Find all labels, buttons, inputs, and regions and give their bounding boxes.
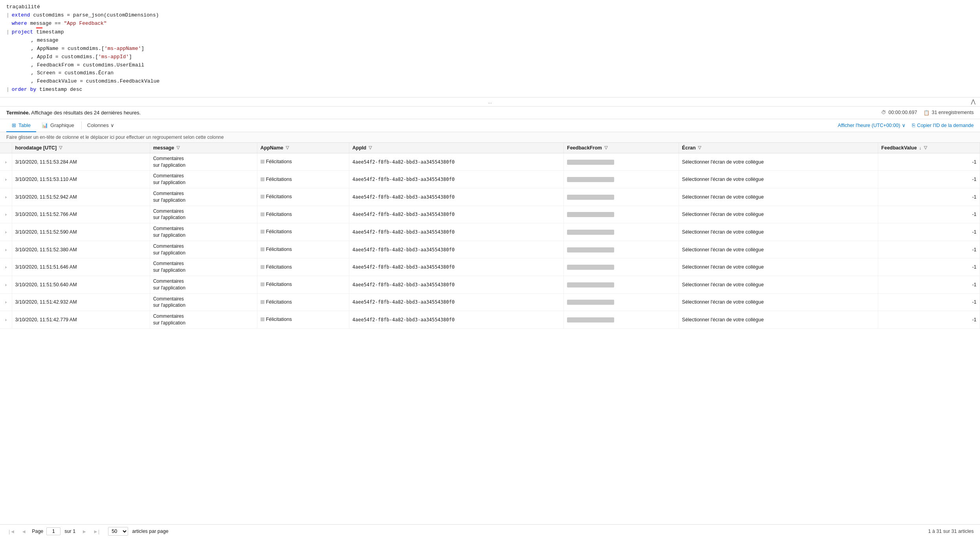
of-label: sur 1	[64, 529, 75, 534]
appid-cell: 4aee54f2-f8fb-4a82-bbd3-aa34554380f0	[349, 258, 563, 276]
expand-cell[interactable]: ›	[0, 206, 12, 223]
appid-cell: 4aee54f2-f8fb-4a82-bbd3-aa34554380f0	[349, 171, 563, 188]
expand-cell[interactable]: ›	[0, 171, 12, 188]
expand-cell[interactable]: ›	[0, 276, 12, 293]
code-line-9: , FeedbackValue = customdims.FeedbackVal…	[6, 77, 980, 86]
col-header-feedbackfrom: FeedbackFrom ▽	[564, 143, 679, 153]
sort-feedbackvalue-icon[interactable]: ↓	[919, 146, 921, 150]
per-page-select[interactable]: 50 100 200	[108, 527, 128, 536]
filter-feedbackvalue-icon[interactable]: ▽	[924, 145, 927, 150]
table-row[interactable]: › 3/10/2020, 11:51:52.590 AM Commentaire…	[0, 223, 980, 241]
page-input[interactable]	[46, 527, 61, 535]
timestamp-cell: 3/10/2020, 11:51:51.646 AM	[12, 258, 150, 276]
code-line-1: | extend customdims = parse_json(customD…	[6, 11, 980, 20]
expand-cell[interactable]: ›	[0, 153, 12, 171]
table-row[interactable]: › 3/10/2020, 11:51:53.110 AM Commentaire…	[0, 171, 980, 188]
code-line-2: where message == "App Feedback"	[6, 20, 980, 29]
filter-message-icon[interactable]: ▽	[176, 145, 180, 150]
timestamp-cell: 3/10/2020, 11:51:50.640 AM	[12, 276, 150, 293]
feedbackvalue-cell: -1	[878, 171, 980, 188]
feedbackvalue-cell: -1	[878, 258, 980, 276]
tab-table[interactable]: ⊞ Table	[6, 119, 36, 132]
timestamp-cell: 3/10/2020, 11:51:52.380 AM	[12, 241, 150, 258]
appname-cell: Félicitations	[257, 311, 349, 329]
col-header-message: message ▽	[150, 143, 257, 153]
timestamp-cell: 3/10/2020, 11:51:52.590 AM	[12, 223, 150, 241]
first-page-button[interactable]: |◄	[6, 527, 17, 536]
filter-ecran-icon[interactable]: ▽	[698, 145, 701, 150]
feedbackfrom-cell	[564, 293, 679, 311]
page-label: Page	[32, 529, 43, 534]
status-description: Terminée. Affichage des résultats des 24…	[6, 110, 141, 116]
last-page-button[interactable]: ►|	[91, 527, 102, 536]
filter-feedbackfrom-icon[interactable]: ▽	[604, 145, 607, 150]
appname-cell: Félicitations	[257, 188, 349, 206]
pagination-total: 1 à 31 sur 31 articles	[928, 529, 974, 534]
copy-icon: ⎘	[912, 123, 915, 128]
ecran-cell: Sélectionner l'écran de votre collègue	[679, 206, 878, 223]
feedbackvalue-cell: -1	[878, 206, 980, 223]
code-line-3: | project timestamp	[6, 28, 980, 37]
table-row[interactable]: › 3/10/2020, 11:51:42.779 AM Commentaire…	[0, 311, 980, 329]
appname-cell: Félicitations	[257, 293, 349, 311]
table-row[interactable]: › 3/10/2020, 11:51:52.942 AM Commentaire…	[0, 188, 980, 206]
columns-button[interactable]: Colonnes ∨	[83, 120, 118, 131]
expand-cell[interactable]: ›	[0, 311, 12, 329]
records-icon: 📋	[923, 110, 930, 116]
pagination-info: 1 à 31 sur 31 articles	[928, 529, 974, 534]
ecran-cell: Sélectionner l'écran de votre collègue	[679, 241, 878, 258]
status-bar: Terminée. Affichage des résultats des 24…	[0, 107, 980, 119]
tabs-bar: ⊞ Table 📊 Graphique Colonnes ∨ Afficher …	[0, 119, 980, 132]
time-zone-selector[interactable]: Afficher l'heure (UTC+00:00) ∨	[838, 122, 906, 128]
filter-appid-icon[interactable]: ▽	[369, 145, 372, 150]
table-header-row: horodatage [UTC] ▽ message ▽ AppName	[0, 143, 980, 153]
appname-cell: Félicitations	[257, 223, 349, 241]
message-cell: Commentairessur l'application	[150, 276, 257, 293]
table-tab-icon: ⊞	[12, 122, 16, 128]
message-cell: Commentairessur l'application	[150, 258, 257, 276]
table-row[interactable]: › 3/10/2020, 11:51:53.284 AM Commentaire…	[0, 153, 980, 171]
code-line-7: , FeedbackFrom = customdims.UserEmail	[6, 61, 980, 70]
message-cell: Commentairessur l'application	[150, 223, 257, 241]
expand-cell[interactable]: ›	[0, 293, 12, 311]
table-row[interactable]: › 3/10/2020, 11:51:50.640 AM Commentaire…	[0, 276, 980, 293]
tab-chart-label: Graphique	[50, 122, 74, 128]
columns-label: Colonnes	[87, 122, 109, 128]
table-row[interactable]: › 3/10/2020, 11:51:52.380 AM Commentaire…	[0, 241, 980, 258]
filter-horodatage-icon[interactable]: ▽	[59, 145, 62, 150]
expand-cell[interactable]: ›	[0, 188, 12, 206]
group-hint: Faire glisser un en-tête de colonne et l…	[0, 132, 980, 143]
collapse-button[interactable]: ⋀	[971, 98, 975, 105]
appname-cell: Félicitations	[257, 241, 349, 258]
filter-appname-icon[interactable]: ▽	[286, 145, 289, 150]
pagination-left: |◄ ◄ Page sur 1 ► ►| 50 100 200 articles…	[6, 527, 169, 536]
message-cell: Commentairessur l'application	[150, 171, 257, 188]
time-meta: ⏱ 00:00:00.697	[881, 110, 917, 115]
feedbackvalue-cell: -1	[878, 276, 980, 293]
collapse-divider: ... ⋀	[0, 98, 980, 107]
records-count: 31 enregistrements	[932, 110, 974, 115]
table-row[interactable]: › 3/10/2020, 11:51:51.646 AM Commentaire…	[0, 258, 980, 276]
data-table-wrapper[interactable]: horodatage [UTC] ▽ message ▽ AppName	[0, 143, 980, 524]
columns-chevron-icon: ∨	[110, 122, 114, 128]
expand-cell[interactable]: ›	[0, 258, 12, 276]
timestamp-cell: 3/10/2020, 11:51:52.942 AM	[12, 188, 150, 206]
appid-cell: 4aee54f2-f8fb-4a82-bbd3-aa34554380f0	[349, 241, 563, 258]
status-desc-text: Affichage des résultats des 24 dernières…	[31, 110, 141, 116]
expand-cell[interactable]: ›	[0, 241, 12, 258]
timestamp-cell: 3/10/2020, 11:51:53.110 AM	[12, 171, 150, 188]
copy-id-button[interactable]: ⎘ Copier l'ID de la demande	[912, 123, 974, 128]
table-row[interactable]: › 3/10/2020, 11:51:52.766 AM Commentaire…	[0, 206, 980, 223]
feedbackvalue-cell: -1	[878, 311, 980, 329]
next-page-button[interactable]: ►	[79, 527, 89, 536]
prev-page-button[interactable]: ◄	[19, 527, 29, 536]
tab-chart[interactable]: 📊 Graphique	[36, 119, 80, 132]
status-text: Terminée.	[6, 110, 30, 116]
main-layout: traçabilité | extend customdims = parse_…	[0, 0, 980, 538]
code-line-10: | order by timestamp desc	[6, 86, 980, 94]
table-row[interactable]: › 3/10/2020, 11:51:42.932 AM Commentaire…	[0, 293, 980, 311]
expand-cell[interactable]: ›	[0, 223, 12, 241]
code-editor: traçabilité | extend customdims = parse_…	[0, 0, 980, 98]
ecran-cell: Sélectionner l'écran de votre collègue	[679, 311, 878, 329]
code-line-5: , AppName = customdims.['ms-appName']	[6, 45, 980, 53]
